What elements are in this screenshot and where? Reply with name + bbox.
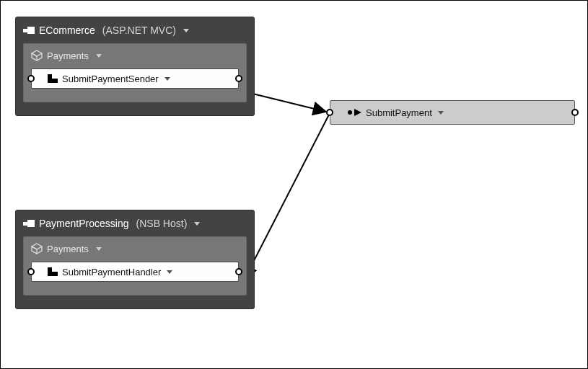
- component-name: SubmitPaymentSender: [62, 74, 159, 84]
- endpoint-header[interactable]: ECommerce (ASP.NET MVC): [23, 25, 247, 36]
- endpoint-icon: [23, 25, 35, 35]
- component-icon: [48, 74, 58, 83]
- endpoint-name: ECommerce: [39, 25, 95, 36]
- port-right[interactable]: [235, 268, 242, 275]
- port-right[interactable]: [571, 109, 579, 116]
- endpoint-name: PaymentProcessing: [39, 218, 129, 229]
- endpoint-subtitle: (ASP.NET MVC): [102, 25, 176, 36]
- component-name: SubmitPaymentHandler: [62, 267, 161, 277]
- endpoint-ecommerce[interactable]: ECommerce (ASP.NET MVC) Payments S: [15, 17, 255, 116]
- package-name: Payments: [47, 244, 89, 254]
- svg-rect-4: [27, 220, 35, 227]
- port-left[interactable]: [27, 268, 35, 275]
- package-header[interactable]: Payments: [31, 50, 239, 61]
- message-submitpayment[interactable]: SubmitPayment: [330, 100, 575, 125]
- chevron-down-icon[interactable]: [96, 247, 102, 251]
- package-payments-2[interactable]: Payments SubmitPaymentHandler: [23, 236, 247, 295]
- endpoint-paymentprocessing[interactable]: PaymentProcessing (NSB Host) Payments: [15, 210, 255, 309]
- diagram-canvas: ECommerce (ASP.NET MVC) Payments S: [0, 0, 588, 369]
- endpoint-subtitle: (NSB Host): [136, 218, 188, 229]
- port-left[interactable]: [326, 109, 333, 116]
- component-submitpaymentsender[interactable]: SubmitPaymentSender: [31, 68, 239, 89]
- chevron-down-icon[interactable]: [167, 270, 172, 274]
- port-right[interactable]: [235, 75, 242, 82]
- package-payments-1[interactable]: Payments SubmitPaymentSender: [23, 43, 247, 102]
- chevron-down-icon[interactable]: [183, 29, 189, 32]
- component-icon: [48, 267, 58, 276]
- svg-rect-5: [23, 222, 28, 226]
- package-icon: [31, 50, 43, 61]
- endpoint-icon: [23, 218, 35, 228]
- svg-line-1: [245, 115, 329, 279]
- port-left[interactable]: [27, 75, 35, 82]
- svg-rect-2: [27, 27, 35, 34]
- package-header[interactable]: Payments: [31, 243, 239, 254]
- package-name: Payments: [47, 50, 89, 61]
- message-arrow-icon: [348, 109, 361, 116]
- chevron-down-icon[interactable]: [164, 77, 170, 81]
- component-submitpaymenthandler[interactable]: SubmitPaymentHandler: [31, 262, 239, 282]
- chevron-down-icon[interactable]: [194, 222, 200, 226]
- svg-rect-3: [23, 29, 28, 32]
- package-icon: [31, 243, 43, 254]
- chevron-down-icon[interactable]: [96, 54, 102, 58]
- chevron-down-icon[interactable]: [438, 111, 444, 115]
- endpoint-header[interactable]: PaymentProcessing (NSB Host): [23, 218, 247, 229]
- message-name: SubmitPayment: [366, 107, 432, 118]
